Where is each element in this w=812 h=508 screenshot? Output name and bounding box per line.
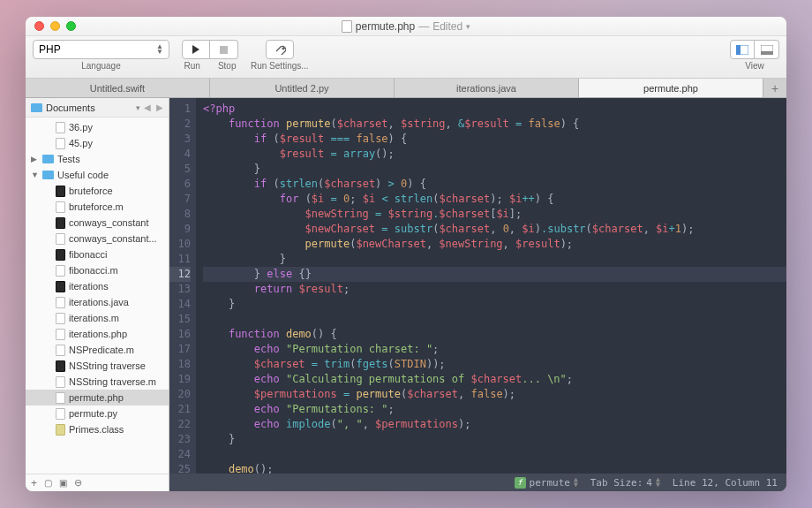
line-number[interactable]: 15 <box>169 312 191 327</box>
code-line[interactable]: return $result; <box>203 282 786 297</box>
cursor-position[interactable]: Line 12, Column 11 <box>673 477 778 489</box>
line-number[interactable]: 4 <box>169 147 191 162</box>
line-number[interactable]: 3 <box>169 132 191 147</box>
file-item[interactable]: iterations <box>26 278 169 294</box>
stop-button[interactable] <box>210 40 238 59</box>
file-item[interactable]: NSString traverse <box>26 358 169 374</box>
line-number[interactable]: 7 <box>169 192 191 207</box>
file-item[interactable]: permute.php <box>26 390 169 406</box>
code-line[interactable]: if (strlen($charset) > 0) { <box>203 177 786 192</box>
code-line[interactable]: for ($i = 0; $i < strlen($charset); $i++… <box>203 192 786 207</box>
tab-size-selector[interactable]: Tab Size: 4 ▲▼ <box>590 477 660 489</box>
symbol-navigator[interactable]: f permute ▲▼ <box>515 477 578 489</box>
code-line[interactable]: demo(); <box>203 462 786 474</box>
line-number[interactable]: 13 <box>169 282 191 297</box>
tab-permute-php[interactable]: permute.php <box>579 79 763 97</box>
line-number[interactable]: 10 <box>169 237 191 252</box>
code-line[interactable]: $newCharset = substr($charset, 0, $i).su… <box>203 222 786 237</box>
tab-untitled-swift[interactable]: Untitled.swift <box>26 79 210 97</box>
view-console-button[interactable] <box>755 40 779 59</box>
code-line[interactable]: } <box>203 252 786 267</box>
code-line[interactable]: echo implode(", ", $permutations); <box>203 417 786 432</box>
line-number[interactable]: 2 <box>169 117 191 132</box>
line-number[interactable]: 24 <box>169 447 191 462</box>
add-file-button[interactable]: + <box>31 477 37 489</box>
file-item[interactable]: fibonacci.m <box>26 262 169 278</box>
code-line[interactable]: $result = array(); <box>203 147 786 162</box>
code-editor[interactable]: 1234567891011121314151617181920212223242… <box>169 98 786 491</box>
action-button[interactable]: ▣ <box>59 478 67 488</box>
disclosure-triangle-icon[interactable]: ▶ <box>31 155 39 163</box>
line-number[interactable]: 18 <box>169 357 191 372</box>
code-line[interactable] <box>203 312 786 327</box>
code-line[interactable]: } else {} <box>203 267 786 282</box>
disclosure-triangle-icon[interactable]: ▼ <box>31 171 39 179</box>
code-line[interactable]: function demo() { <box>203 327 786 342</box>
file-item[interactable]: conways_constant... <box>26 231 169 246</box>
line-number[interactable]: 8 <box>169 207 191 222</box>
tab-iterations-java[interactable]: iterations.java <box>395 79 579 97</box>
line-number[interactable]: 9 <box>169 222 191 237</box>
code-line[interactable]: $newString = $string.$charset[$i]; <box>203 207 786 222</box>
file-tree[interactable]: 36.py45.py▶Tests▼Useful codebruteforcebr… <box>26 118 169 474</box>
code-line[interactable]: } <box>203 297 786 312</box>
code-line[interactable]: echo "Permutation charset: "; <box>203 342 786 357</box>
language-select[interactable]: PHP ▲▼ <box>33 40 169 59</box>
line-number[interactable]: 22 <box>169 417 191 432</box>
zoom-button[interactable] <box>66 21 76 31</box>
code-line[interactable]: $permutations = permute($charset, false)… <box>203 387 786 402</box>
file-item[interactable]: 36.py <box>26 119 169 135</box>
code-line[interactable]: $charset = trim(fgets(STDIN)); <box>203 357 786 372</box>
new-folder-button[interactable]: ▢ <box>44 478 52 488</box>
code-line[interactable]: echo "Permutations: "; <box>203 402 786 417</box>
code-line[interactable]: function permute($charset, $string, &$re… <box>203 117 786 132</box>
sidebar-header[interactable]: Documents ▾ ◀ ▶ <box>26 98 169 118</box>
line-number[interactable]: 14 <box>169 297 191 312</box>
file-item[interactable]: permute.py <box>26 406 169 421</box>
new-tab-button[interactable]: + <box>763 79 786 97</box>
line-number[interactable]: 19 <box>169 372 191 387</box>
line-number[interactable]: 1 <box>169 102 191 117</box>
line-number[interactable]: 20 <box>169 387 191 402</box>
code-line[interactable]: permute($newCharset, $newString, $result… <box>203 237 786 252</box>
line-number[interactable]: 12 <box>169 267 191 282</box>
code-content[interactable]: <?php function permute($charset, $string… <box>196 98 786 474</box>
file-item[interactable]: iterations.java <box>26 294 169 310</box>
file-item[interactable]: iterations.php <box>26 326 169 342</box>
settings-button[interactable]: ⊖ <box>74 477 82 489</box>
file-item[interactable]: NSString traverse.m <box>26 374 169 390</box>
file-item[interactable]: fibonacci <box>26 246 169 262</box>
line-number[interactable]: 11 <box>169 252 191 267</box>
folder-item[interactable]: ▶Tests <box>26 151 169 167</box>
code-line[interactable]: } <box>203 162 786 177</box>
code-line[interactable]: } <box>203 432 786 447</box>
code-line[interactable]: if ($result === false) { <box>203 132 786 147</box>
file-item[interactable]: NSPredicate.m <box>26 342 169 358</box>
line-number[interactable]: 5 <box>169 162 191 177</box>
folder-item[interactable]: ▼Useful code <box>26 167 169 183</box>
line-number[interactable]: 17 <box>169 342 191 357</box>
code-line[interactable]: <?php <box>203 102 786 117</box>
close-button[interactable] <box>34 21 44 31</box>
line-number[interactable]: 16 <box>169 327 191 342</box>
line-number[interactable]: 21 <box>169 402 191 417</box>
nav-forward-button[interactable]: ▶ <box>156 102 163 112</box>
file-item[interactable]: bruteforce.m <box>26 199 169 215</box>
file-item[interactable]: conways_constant <box>26 215 169 231</box>
titlebar[interactable]: permute.php — Edited ▾ <box>26 17 786 36</box>
line-number[interactable]: 25 <box>169 462 191 474</box>
view-sidebar-button[interactable] <box>730 40 755 59</box>
line-number-gutter[interactable]: 1234567891011121314151617181920212223242… <box>169 98 196 474</box>
line-number[interactable]: 6 <box>169 177 191 192</box>
line-number[interactable]: 23 <box>169 432 191 447</box>
file-item[interactable]: bruteforce <box>26 183 169 199</box>
code-line[interactable]: echo "Calculating permutations of $chars… <box>203 372 786 387</box>
file-item[interactable]: 45.py <box>26 135 169 151</box>
minimize-button[interactable] <box>50 21 60 31</box>
nav-back-button[interactable]: ◀ <box>144 102 151 112</box>
file-item[interactable]: Primes.class <box>26 421 169 437</box>
tab-untitled-2-py[interactable]: Untitled 2.py <box>210 79 395 97</box>
run-button[interactable] <box>182 40 210 59</box>
code-line[interactable] <box>203 447 786 462</box>
file-item[interactable]: iterations.m <box>26 310 169 326</box>
